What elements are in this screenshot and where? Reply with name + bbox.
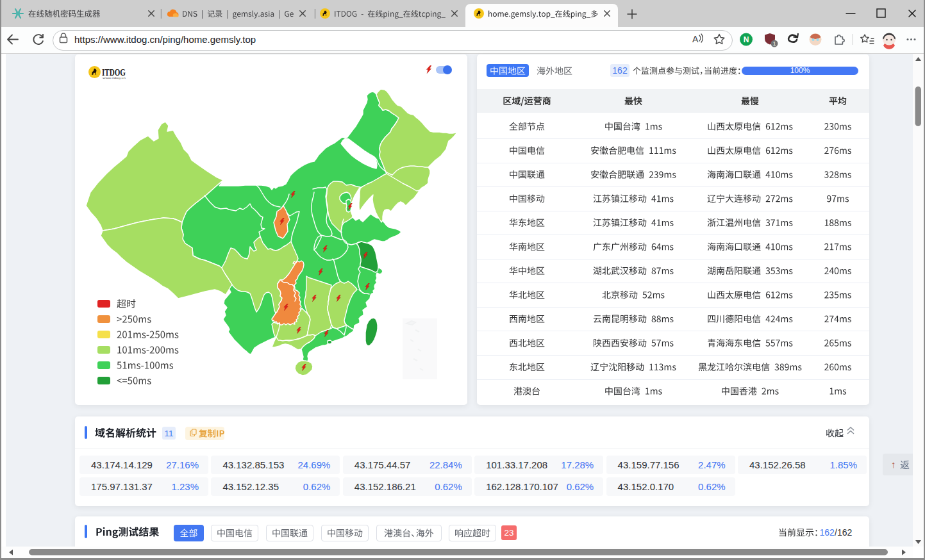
svg-text:100%: 100% — [790, 66, 810, 75]
svg-text:N: N — [744, 35, 749, 44]
svg-text:43.152.26.58: 43.152.26.58 — [749, 459, 806, 470]
svg-text:23: 23 — [504, 528, 513, 538]
svg-text:43.152.186.21: 43.152.186.21 — [354, 481, 416, 492]
svg-text:43.132.85.153: 43.132.85.153 — [222, 459, 284, 470]
svg-text:43.175.44.57: 43.175.44.57 — [354, 459, 411, 470]
svg-text:101.33.17.208: 101.33.17.208 — [486, 459, 547, 470]
svg-text:/162: /162 — [835, 527, 852, 538]
svg-text:43.174.14.129: 43.174.14.129 — [91, 459, 153, 470]
svg-text:43.159.77.156: 43.159.77.156 — [618, 459, 679, 470]
svg-text:162: 162 — [820, 527, 835, 538]
svg-text:175.97.131.37: 175.97.131.37 — [91, 481, 153, 492]
svg-text:https://www.itdog.cn/ping/home: https://www.itdog.cn/ping/home.gemsly.to… — [74, 34, 256, 45]
svg-text:1: 1 — [773, 40, 776, 47]
svg-text:0.62%: 0.62% — [435, 481, 462, 492]
svg-text:27.16%: 27.16% — [166, 459, 199, 470]
svg-text:2.47%: 2.47% — [698, 459, 726, 470]
svg-text:1.85%: 1.85% — [829, 459, 857, 470]
svg-text:0.62%: 0.62% — [567, 481, 594, 492]
svg-text:43.152.0.170: 43.152.0.170 — [618, 481, 674, 492]
svg-text:11: 11 — [164, 429, 173, 438]
svg-text:43.152.12.35: 43.152.12.35 — [222, 481, 279, 492]
svg-text:↑: ↑ — [891, 459, 896, 470]
svg-text:1.23%: 1.23% — [171, 481, 199, 492]
svg-text:162.128.170.107: 162.128.170.107 — [486, 481, 558, 492]
svg-text:24.69%: 24.69% — [298, 459, 331, 470]
svg-text:17.28%: 17.28% — [561, 459, 594, 470]
svg-text:162: 162 — [612, 65, 628, 76]
svg-text:22.84%: 22.84% — [429, 459, 462, 470]
svg-text:0.62%: 0.62% — [698, 481, 726, 492]
svg-text:A: A — [692, 34, 699, 44]
svg-text:0.62%: 0.62% — [303, 481, 331, 492]
